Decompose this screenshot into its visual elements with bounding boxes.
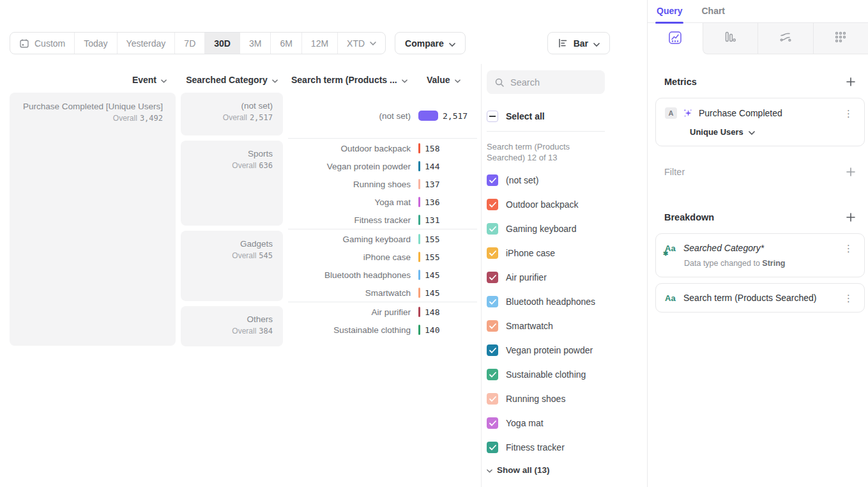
checked-checkbox-icon xyxy=(487,296,498,307)
filter-list-label: Search term (Products Searched) 12 of 13 xyxy=(487,142,605,163)
tab-chart[interactable]: Chart xyxy=(700,6,726,22)
breakdown-card[interactable]: Aa Search term (Products Searched) ⋮ xyxy=(655,283,865,313)
tab-segmentation[interactable] xyxy=(813,23,868,54)
compare-button[interactable]: Compare xyxy=(395,32,466,54)
add-metric-button[interactable] xyxy=(846,77,856,87)
table-row[interactable]: Air purifier148 xyxy=(288,303,477,321)
breakdown-card[interactable]: Aa✱ Searched Category* ⋮ Data type chang… xyxy=(655,233,865,277)
table-row[interactable]: Gaming keyboard155 xyxy=(288,230,477,248)
analytics-app: Custom Today Yesterday 7D 30D 3M 6M 12M … xyxy=(0,0,868,487)
table-header-row: Event Searched Category Search term (Pro… xyxy=(10,75,477,85)
term-group: Gaming keyboard155 iPhone case155 Blueto… xyxy=(288,229,477,302)
select-all-label: Select all xyxy=(506,111,545,121)
value-bar xyxy=(418,252,420,262)
table-row[interactable]: Running shoes137 xyxy=(288,175,477,193)
table-row[interactable]: Fitness tracker131 xyxy=(288,211,477,229)
value-label: 2,517 xyxy=(443,111,468,121)
add-filter-button[interactable] xyxy=(846,167,856,177)
kebab-menu-icon[interactable]: ⋮ xyxy=(842,109,855,118)
string-property-icon: Aa✱ xyxy=(665,244,678,253)
column-header-search-term[interactable]: Search term (Products ... xyxy=(291,75,407,85)
chevron-down-icon xyxy=(455,75,461,85)
term-group: Outdoor backpack158 Vegan protein powder… xyxy=(288,138,477,229)
table-row[interactable]: Vegan protein powder144 xyxy=(288,157,477,175)
filter-item[interactable]: Vegan protein powder xyxy=(487,338,605,362)
tab-funnels[interactable] xyxy=(703,23,758,54)
tab-query[interactable]: Query xyxy=(655,6,683,22)
add-breakdown-button[interactable] xyxy=(846,212,856,222)
column-header-event[interactable]: Event xyxy=(10,75,176,85)
filter-list: (not set) Outdoor backpack Gaming keyboa… xyxy=(487,168,605,460)
date-range-label: Custom xyxy=(34,38,65,49)
tab-insights[interactable] xyxy=(648,23,703,54)
filter-item[interactable]: Running shoes xyxy=(487,387,605,411)
column-header-category[interactable]: Searched Category xyxy=(181,75,283,85)
date-range-30d[interactable]: 30D xyxy=(204,33,240,54)
date-range-3m[interactable]: 3M xyxy=(240,33,270,54)
table-row[interactable]: Sustainable clothing140 xyxy=(288,321,477,339)
checked-checkbox-icon xyxy=(487,369,498,380)
chevron-down-icon xyxy=(370,42,376,45)
funnel-bars-icon xyxy=(723,30,737,47)
date-range-xtd[interactable]: XTD xyxy=(337,33,385,54)
value-bar xyxy=(418,161,420,171)
select-all-checkbox[interactable]: Select all xyxy=(487,111,605,122)
checked-checkbox-icon xyxy=(487,344,498,356)
checked-checkbox-icon xyxy=(487,223,498,235)
value-bar xyxy=(418,215,420,225)
search-box[interactable] xyxy=(487,70,605,94)
search-input[interactable] xyxy=(510,77,587,88)
metrics-section-header: Metrics xyxy=(664,77,856,87)
event-spark-icon xyxy=(683,108,693,118)
table-row[interactable]: iPhone case155 xyxy=(288,248,477,266)
kebab-menu-icon[interactable]: ⋮ xyxy=(842,293,855,303)
table-row[interactable]: Yoga mat136 xyxy=(288,193,477,211)
date-range-12m[interactable]: 12M xyxy=(301,33,337,54)
table-row[interactable]: Outdoor backpack158 xyxy=(288,139,477,157)
date-range-selector: Custom Today Yesterday 7D 30D 3M 6M 12M … xyxy=(10,32,386,54)
category-cell[interactable]: Sports Overall636 xyxy=(181,141,283,226)
date-range-yesterday[interactable]: Yesterday xyxy=(117,33,175,54)
column-header-value[interactable]: Value xyxy=(427,75,461,85)
category-cell[interactable]: (not set) Overall2,517 xyxy=(181,93,283,135)
kebab-menu-icon[interactable]: ⋮ xyxy=(842,244,855,253)
date-range-custom[interactable]: Custom xyxy=(10,33,74,54)
value-bar xyxy=(418,143,420,153)
toolbar: Custom Today Yesterday 7D 30D 3M 6M 12M … xyxy=(10,32,610,54)
category-cell[interactable]: Others Overall384 xyxy=(181,306,283,346)
table-row[interactable]: (not set) 2,517 xyxy=(288,107,477,125)
date-range-7d[interactable]: 7D xyxy=(174,33,204,54)
chevron-down-icon xyxy=(272,75,278,85)
chevron-down-icon xyxy=(449,38,455,49)
filter-item[interactable]: Yoga mat xyxy=(487,411,605,435)
table-row[interactable]: Smartwatch145 xyxy=(288,284,477,302)
tab-flows[interactable] xyxy=(758,23,813,54)
filter-item[interactable]: (not set) xyxy=(487,168,605,192)
filter-item[interactable]: Gaming keyboard xyxy=(487,217,605,241)
checked-checkbox-icon xyxy=(487,417,498,429)
filter-item[interactable]: Fitness tracker xyxy=(487,435,605,460)
chevron-down-icon xyxy=(402,75,407,85)
value-bar xyxy=(418,234,420,244)
term-group: (not set) 2,517 xyxy=(288,93,477,138)
metrics-title: Metrics xyxy=(664,77,697,87)
panel-divider xyxy=(481,64,482,487)
search-icon xyxy=(494,77,505,88)
metric-card[interactable]: A Purchase Completed ⋮ Unique Users xyxy=(655,98,865,146)
filter-item[interactable]: Sustainable clothing xyxy=(487,362,605,387)
table-row[interactable]: Bluetooth headphones145 xyxy=(288,266,477,284)
filter-item[interactable]: Air purifier xyxy=(487,265,605,290)
filter-item[interactable]: Outdoor backpack xyxy=(487,192,605,217)
filter-item[interactable]: Smartwatch xyxy=(487,314,605,338)
checked-checkbox-icon xyxy=(487,272,498,283)
event-cell[interactable]: Purchase Completed [Unique Users] Overal… xyxy=(10,93,176,346)
chart-type-selector[interactable]: Bar xyxy=(547,32,610,54)
category-cell[interactable]: Gadgets Overall545 xyxy=(181,231,283,301)
date-range-today[interactable]: Today xyxy=(74,33,116,54)
filter-item[interactable]: iPhone case xyxy=(487,241,605,265)
breakdown-section-header: Breakdown xyxy=(664,212,856,222)
show-all-link[interactable]: Show all (13) xyxy=(487,465,605,475)
date-range-6m[interactable]: 6M xyxy=(270,33,301,54)
filter-item[interactable]: Bluetooth headphones xyxy=(487,290,605,314)
measure-selector[interactable]: Unique Users xyxy=(690,127,855,137)
